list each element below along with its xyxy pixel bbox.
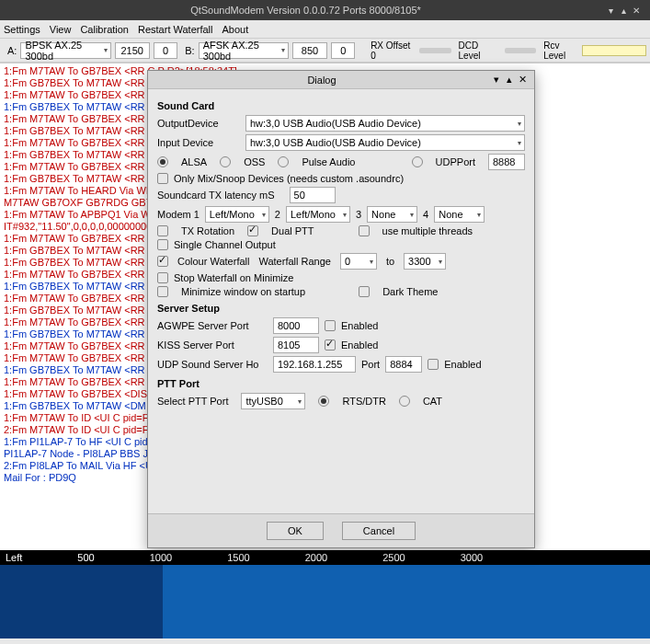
single-channel-check[interactable] (157, 239, 168, 250)
udpport-input[interactable]: 8888 (488, 154, 525, 170)
window-min-icon[interactable]: ▾ (604, 6, 617, 16)
output-device-label: OutputDevice (157, 118, 240, 129)
soundcard-heading: Sound Card (157, 100, 525, 111)
menu-settings[interactable]: Settings (4, 24, 40, 35)
dialog-max-icon[interactable]: ▴ (503, 74, 516, 86)
settings-dialog: Dialog ▾ ▴ ✕ Sound Card OutputDevice hw:… (147, 70, 535, 548)
port-b-label: B: (185, 45, 194, 56)
udp-host-input[interactable]: 192.168.1.255 (273, 356, 356, 373)
kiss-port-input[interactable]: 8105 (273, 337, 319, 353)
wf-hi-combo[interactable]: 3300 (404, 253, 446, 270)
menu-about[interactable]: About (222, 24, 249, 35)
udp-port-input[interactable]: 8884 (385, 356, 422, 373)
rx-offset-label: RX Offset 0 (371, 40, 412, 61)
colour-waterfall-check[interactable] (157, 256, 168, 267)
ptt-port-combo[interactable]: ttyUSB0 (241, 393, 305, 409)
window-title: QtSoundModem Version 0.0.0.72 Ports 8000… (7, 5, 604, 16)
window-close-icon[interactable]: ✕ (630, 6, 643, 16)
port-b-mode-combo[interactable]: AFSK AX.25 300bd (199, 42, 289, 59)
dual-ptt-check[interactable] (247, 225, 258, 236)
latency-label: Soundcard TX latency mS (157, 190, 275, 201)
port-a-mode-combo[interactable]: BPSK AX.25 300bd (20, 42, 110, 59)
modem1-combo[interactable]: Left/Mono (205, 206, 269, 223)
port-b-freq-spin[interactable]: 850 (292, 42, 327, 59)
udpport-radio[interactable] (412, 156, 423, 167)
toolbar: A: BPSK AX.25 300bd 2150 0 B: AFSK AX.25… (0, 39, 650, 63)
cancel-button[interactable]: Cancel (342, 522, 416, 540)
ok-button[interactable]: OK (267, 522, 324, 540)
input-device-label: Input Device (157, 137, 240, 148)
frequency-ruler: Left 500 1000 1500 2000 2500 3000 (0, 550, 650, 565)
pulse-radio[interactable] (278, 156, 289, 167)
kiss-enabled-check[interactable] (325, 339, 336, 351)
oss-radio[interactable] (220, 156, 231, 167)
menubar: Settings View Calibration Restart Waterf… (0, 20, 650, 39)
dcd-level-label: DCD Level (459, 40, 497, 61)
waterfall-display (0, 565, 650, 638)
min-startup-check[interactable] (157, 286, 168, 297)
alsa-radio[interactable] (157, 156, 168, 167)
dialog-titlebar: Dialog ▾ ▴ ✕ (148, 71, 534, 89)
menu-view[interactable]: View (50, 24, 72, 35)
ruler-left-label: Left (6, 552, 22, 563)
server-heading: Server Setup (157, 303, 525, 314)
menu-restart-waterfall[interactable]: Restart Waterfall (138, 24, 213, 35)
rx-offset-slider[interactable] (419, 48, 451, 53)
modem3-combo[interactable]: None (367, 206, 417, 223)
agwpe-enabled-check[interactable] (325, 320, 336, 331)
dialog-title: Dialog (154, 75, 490, 86)
port-b-zero-spin[interactable]: 0 (331, 42, 355, 59)
tx-rotation-check[interactable] (157, 225, 168, 236)
port-a-zero-spin[interactable]: 0 (154, 42, 177, 59)
ptt-heading: PTT Port (157, 378, 525, 389)
dialog-close-icon[interactable]: ✕ (516, 74, 529, 86)
multi-threads-check[interactable] (359, 225, 370, 236)
output-device-combo[interactable]: hw:3,0 USB Audio(USB Audio Device) (245, 115, 525, 132)
cat-radio[interactable] (399, 396, 410, 407)
udp-enabled-check[interactable] (428, 359, 439, 370)
port-a-freq-spin[interactable]: 2150 (115, 42, 150, 59)
port-a-label: A: (7, 45, 17, 56)
mixsnoop-check[interactable] (157, 173, 168, 184)
window-titlebar: QtSoundModem Version 0.0.0.72 Ports 8000… (0, 0, 650, 20)
wf-lo-combo[interactable]: 0 (340, 253, 377, 270)
latency-input[interactable]: 50 (290, 187, 336, 203)
window-max-icon[interactable]: ▴ (617, 6, 630, 16)
menu-calibration[interactable]: Calibration (80, 24, 129, 35)
modem4-combo[interactable]: None (434, 206, 485, 223)
rts-dtr-radio[interactable] (318, 396, 329, 407)
dialog-min-icon[interactable]: ▾ (490, 74, 503, 86)
dark-theme-check[interactable] (359, 286, 370, 297)
agwpe-port-input[interactable]: 8000 (273, 317, 319, 334)
stop-wf-check[interactable] (157, 272, 168, 283)
dcd-level-slider[interactable] (505, 48, 537, 53)
rcv-level-label: Rcv Level (543, 40, 578, 61)
rcv-level-meter (582, 45, 646, 56)
modem2-combo[interactable]: Left/Mono (286, 206, 350, 223)
input-device-combo[interactable]: hw:3,0 USB Audio(USB Audio Device) (245, 134, 525, 151)
